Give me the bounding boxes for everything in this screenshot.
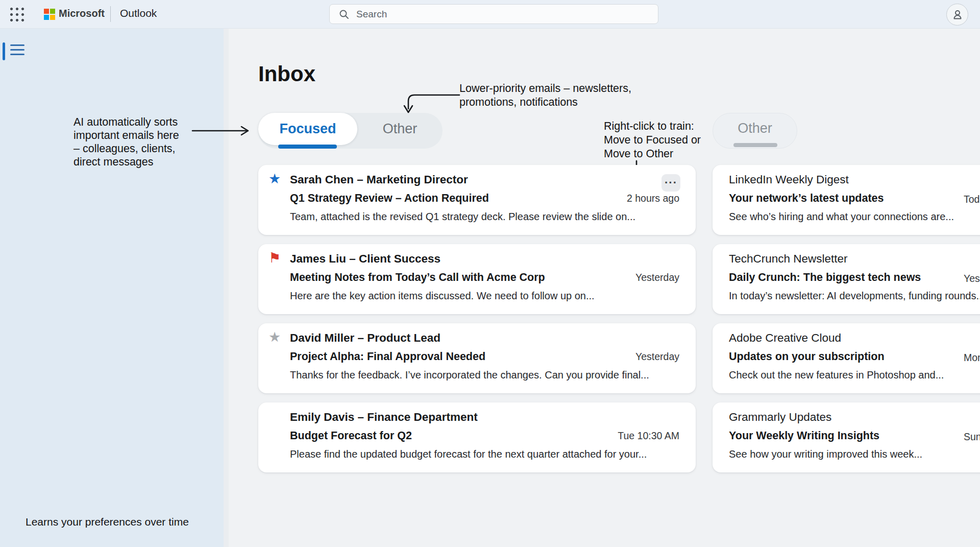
email-preview: Here are the key action items discussed.… xyxy=(290,290,685,302)
focused-tab-active-underline xyxy=(278,145,337,149)
search-box[interactable] xyxy=(329,4,658,24)
email-row-david-miller[interactable]: ★ David Miller – Product Lead Project Al… xyxy=(258,323,696,393)
annotation-right-click-train: Right-click to train: Move to Focused or… xyxy=(604,120,701,161)
email-row-sarah-chen[interactable]: ★ Sarah Chen – Marketing Director Q1 Str… xyxy=(258,165,696,235)
email-subject: Budget Forecast for Q2 xyxy=(290,430,412,442)
left-sidebar: AI automatically sorts important emails … xyxy=(0,29,224,547)
email-subject: Your network’s latest updates xyxy=(729,192,884,205)
annotation-arrow-to-other-tab xyxy=(400,89,462,117)
email-sender: David Miller – Product Lead xyxy=(290,331,440,345)
email-sender: Grammarly Updates xyxy=(729,411,831,424)
email-preview: See how your writing improved this week.… xyxy=(729,448,922,460)
annotation-arrow-to-focused xyxy=(191,124,254,138)
app-name-outlook[interactable]: Outlook xyxy=(120,7,157,19)
email-sender: Adobe Creative Cloud xyxy=(729,331,841,345)
other-email-row-grammarly[interactable]: Grammarly Updates Your Weekly Writing In… xyxy=(713,402,980,472)
email-sender: Sarah Chen – Marketing Director xyxy=(290,173,468,186)
sidebar-accent-bar xyxy=(3,42,5,60)
other-tab-inactive-underline xyxy=(733,143,777,147)
email-preview: Check out the new features in Photoshop … xyxy=(729,369,944,381)
email-preview: Team, attached is the revised Q1 strateg… xyxy=(290,211,685,223)
focused-other-tabset: Focused Other xyxy=(258,113,443,149)
email-subject: Your Weekly Writing Insights xyxy=(729,430,879,442)
hamburger-menu-icon[interactable] xyxy=(10,44,24,57)
other-panel-tab-pill[interactable]: Other xyxy=(713,113,797,149)
other-panel-tab-label: Other xyxy=(713,113,797,143)
other-email-row-techcrunch[interactable]: TechCrunch Newsletter Daily Crunch: The … xyxy=(713,244,980,314)
email-time: 2 hours ago xyxy=(627,193,679,204)
star-icon[interactable]: ★ xyxy=(268,171,281,186)
email-sender: TechCrunch Newsletter xyxy=(729,252,848,266)
annotation-lower-priority: Lower-priority emails – newsletters, pro… xyxy=(459,82,631,109)
email-time: Today xyxy=(964,194,980,205)
email-time: Yesterday xyxy=(635,351,679,363)
email-time: Yesterday xyxy=(635,272,679,283)
email-subject: Project Alpha: Final Approval Needed xyxy=(290,350,485,363)
email-time: Tue 10:30 AM xyxy=(618,430,679,442)
flag-icon[interactable]: ⚑ xyxy=(268,250,281,266)
email-row-james-liu[interactable]: ⚑ James Liu – Client Success Meeting Not… xyxy=(258,244,696,314)
annotation-ai-sorts: AI automatically sorts important emails … xyxy=(74,115,179,169)
tab-focused[interactable]: Focused xyxy=(258,113,357,145)
person-icon xyxy=(951,9,964,21)
app-launcher-waffle-icon[interactable] xyxy=(9,6,25,22)
email-preview: In today’s newsletter: AI developments, … xyxy=(729,290,980,302)
other-email-row-linkedin[interactable]: LinkedIn Weekly Digest Your network’s la… xyxy=(713,165,980,235)
email-sender: Emily Davis – Finance Department xyxy=(290,411,478,424)
email-preview: Please find the updated budget forecast … xyxy=(290,448,685,460)
page-title-inbox: Inbox xyxy=(258,62,315,86)
annotation-learns-preferences: Learns your preferences over time xyxy=(26,516,189,528)
email-subject: Updates on your subscription xyxy=(729,350,885,363)
email-row-emily-davis[interactable]: Emily Davis – Finance Department Budget … xyxy=(258,402,696,472)
header-divider xyxy=(110,6,111,22)
email-preview: See who’s hiring and what your connectio… xyxy=(729,211,954,223)
microsoft-brand-text: Microsoft xyxy=(59,8,105,19)
email-time: Yesterday xyxy=(964,273,980,284)
search-input[interactable] xyxy=(355,8,651,20)
sidebar-main-gutter xyxy=(224,29,229,547)
account-avatar-button[interactable] xyxy=(946,4,968,26)
other-email-row-adobe[interactable]: Adobe Creative Cloud Updates on your sub… xyxy=(713,323,980,393)
microsoft-logo-icon xyxy=(44,9,55,20)
tab-other[interactable]: Other xyxy=(357,113,443,145)
search-icon xyxy=(339,9,349,19)
top-app-bar: Microsoft Outlook xyxy=(0,0,980,29)
email-subject: Daily Crunch: The biggest tech news xyxy=(729,271,921,284)
email-time: Sun xyxy=(964,431,980,443)
email-subject: Meeting Notes from Today’s Call with Acm… xyxy=(290,271,545,284)
email-subject: Q1 Strategy Review – Action Required xyxy=(290,192,489,205)
email-time: Mon xyxy=(964,352,980,364)
outlook-focused-inbox-screen: Microsoft Outlook AI automatically sorts… xyxy=(0,0,980,547)
email-sender: LinkedIn Weekly Digest xyxy=(729,173,849,186)
email-sender: James Liu – Client Success xyxy=(290,252,440,266)
more-options-button[interactable]: ··· xyxy=(662,174,680,192)
email-preview: Thanks for the feedback. I’ve incorporat… xyxy=(290,369,685,381)
star-icon[interactable]: ★ xyxy=(268,329,281,345)
